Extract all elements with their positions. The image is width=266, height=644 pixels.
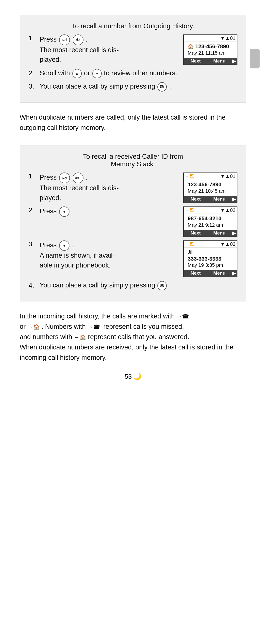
step-text: Press ▾ . A name is shown, if avail-able… [40,240,179,270]
tab-right [250,49,259,68]
display-date: May 19 3:35 pm [186,262,235,269]
down-button: ▾ [59,206,70,217]
press-label: Press [40,36,59,43]
display-counter: ▼▲01 [220,174,235,179]
display-bottom: Next Menu ▶ [184,270,237,276]
step-row: Press Rcl #↵ . The most recent call is d… [40,172,237,203]
period: . [86,36,88,43]
page-number-area: 53 🌙 [20,373,246,380]
hash-button: #↵ [73,172,84,183]
display2: →📶 ▼▲01 123-456-7890 May 21 10:45 am Nex… [183,172,237,203]
step-content: Press Rcl ✱↑ . The most recent call is d… [40,34,237,65]
call-label: You can place a call by simply pressing [40,83,157,90]
display-top: →📶 ▼▲01 [184,173,237,180]
call-label: You can place a call by simply pressing [40,282,157,289]
section2-step4: 4. You can place a call by simply pressi… [29,280,237,290]
display-date: May 21 9:12 am [186,222,235,229]
or-label: or [84,70,92,77]
section2-note: In the incoming call history, the calls … [20,311,246,363]
next-btn: Next [184,58,208,64]
display-bottom: Next Menu ▶ [184,230,237,236]
subtext: The most recent call is dis-played. [40,184,119,201]
down-button: ▾ [92,69,102,78]
step-text: You can place a call by simply pressing … [40,280,237,290]
display-number: 333-333-3333 [186,256,235,262]
subtext: The most recent call is dis-played. [40,46,119,63]
display-top: →📶 ▼▲02 [184,207,237,214]
press-label: Press [40,242,59,249]
period2: . [169,282,171,289]
display-icons-left: →📶 [185,174,195,179]
menu-arrow: ▶ [231,196,237,202]
next-btn: Next [184,230,208,236]
display1: ▼▲01 🏠 123-456-7890 May 21 11:15 am Next… [183,34,237,65]
display-counter: ▼▲02 [220,208,235,213]
step-text: Press ▾ . [40,206,179,217]
rcl-button: Rcl [59,172,70,183]
period: . [72,242,74,249]
display-middle: 123-456-7890 May 21 10:45 am [184,180,237,196]
section2-title-line2: Memory Stack. [111,160,155,168]
menu-btn: Menu [208,196,231,202]
display-number: 987-654-3210 [186,215,235,222]
display3: →📶 ▼▲02 987-654-3210 May 21 9:12 am Next… [183,206,237,237]
step-number: 1. [29,34,40,42]
section2-step3: 3. Press ▾ . A name is shown, if avail-a… [29,240,237,277]
star-button: ✱↑ [73,34,84,45]
press-label: Press [40,174,59,181]
period: . [72,208,74,215]
section2-title-line1: To recall a received Caller ID from [83,153,183,160]
step-number: 1. [29,172,40,180]
section2-box: To recall a received Caller ID from Memo… [20,145,246,302]
menu-arrow: ▶ [231,230,237,236]
display-icon-row: 🏠 123-456-7890 [186,43,235,50]
phone-button: ☎ [157,82,167,92]
home-icon: 🏠 [188,44,194,50]
display-number: 123-456-7890 [186,181,235,188]
page-number: 53 [125,373,132,380]
section1-note: When duplicate numbers are called, only … [20,112,246,133]
section2-title: To recall a received Caller ID from Memo… [29,153,237,168]
display-top: →📶 ▼▲03 [184,241,237,248]
arrow-icon4: →🏠 [74,334,86,340]
step-row: Press ▾ . →📶 ▼▲02 987-654-3210 May 21 9:… [40,206,237,237]
arrow-icon1: →☎ [177,314,189,320]
rcl-button: Rcl [59,34,70,45]
period: . [86,174,88,181]
subtext: A name is shown, if avail-able in your p… [40,252,115,269]
step-content: Press ▾ . A name is shown, if avail-able… [40,240,237,277]
step-text: Press Rcl #↵ . The most recent call is d… [40,172,179,202]
step-row: Press Rcl ✱↑ . The most recent call is d… [40,34,237,65]
scroll-suffix: to review other numbers. [104,70,177,77]
display-counter: ▼▲03 [220,242,235,247]
scroll-label: Scroll with [40,70,72,77]
menu-arrow: ▶ [231,270,237,276]
menu-btn: Menu [208,58,231,64]
display-top: ▼▲01 [184,35,237,42]
section2-step1: 1. Press Rcl #↵ . The most recent call i… [29,172,237,203]
display4: →📶 ▼▲03 Jill 333-333-3333 May 19 3:35 pm… [183,240,237,277]
display-name: Jill [186,249,235,256]
display-middle: Jill 333-333-3333 May 19 3:35 pm [184,248,237,270]
up-button: ▲ [72,69,82,78]
section1-box: To recall a number from Outgoing History… [20,15,246,102]
step-text: You can place a call by simply pressing … [40,82,237,92]
step-content: Press ▾ . →📶 ▼▲02 987-654-3210 May 21 9:… [40,206,237,237]
section1-title: To recall a number from Outgoing History… [29,22,237,30]
phone-button: ☎ [157,281,167,290]
display-icons-left: →📶 [185,242,195,247]
menu-btn: Menu [208,270,231,276]
section2-step2: 2. Press ▾ . →📶 ▼▲02 987-654-3210 May 21… [29,206,237,237]
menu-arrow: ▶ [231,58,237,64]
display-date: May 21 11:15 am [186,50,235,57]
display-counter: ▼▲01 [220,36,235,41]
display-bottom: Next Menu ▶ [184,196,237,202]
section1-step2: 2. Scroll with ▲ or ▾ to review other nu… [29,68,237,78]
period2: . [169,83,171,90]
next-btn: Next [184,196,208,202]
arrow-icon3: →☎ [88,324,100,330]
display-middle: 🏠 123-456-7890 May 21 11:15 am [184,42,237,58]
step-number: 3. [29,240,40,248]
arrow-icon2: →🏠 [28,324,40,330]
page-decoration: 🌙 [133,373,141,380]
